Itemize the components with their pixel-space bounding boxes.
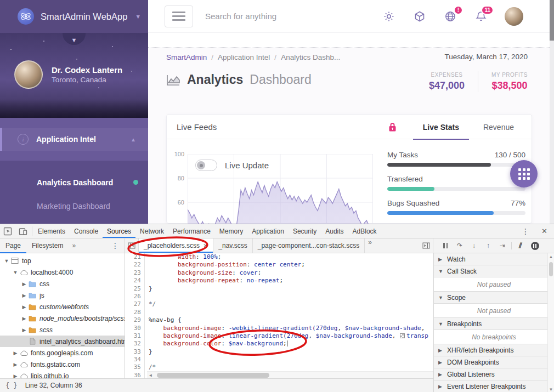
search-input[interactable] (205, 12, 348, 21)
collapsed-arrow-icon[interactable]: ▶ (12, 362, 19, 367)
devtools-tab-audits[interactable]: Audits (321, 224, 348, 238)
breadcrumb-item[interactable]: Analytics Dashb... (281, 53, 340, 61)
scroll-up-icon[interactable]: ▲ (548, 254, 554, 259)
sidebar-item-marketing-dashboard[interactable]: Marketing Dashboard (0, 194, 148, 218)
debugger-section-event-listener-breakpoints[interactable]: ▶Event Listener Breakpoints (434, 380, 554, 392)
step-icon[interactable]: ⇥ (496, 240, 509, 252)
app-launcher-button[interactable] (510, 160, 538, 188)
code-token: ; (283, 340, 287, 347)
folder-orange-icon (27, 327, 37, 333)
tree-item-node-modules-bootstrap-scss[interactable]: ▶node_modules/bootstrap/scss (0, 313, 125, 324)
step-out-icon[interactable]: ↑ (482, 240, 495, 252)
collapsed-arrow-icon[interactable]: ▶ (21, 316, 27, 321)
collapsed-arrow-icon[interactable]: ▶ (12, 350, 19, 356)
tree-item-custom-webfonts[interactable]: ▶custom/webfonts (0, 301, 125, 313)
expanded-arrow-icon[interactable]: ▼ (3, 258, 10, 264)
settings-gear-icon[interactable] (382, 9, 396, 24)
tree-item-fonts-googleapis-com[interactable]: ▶fonts.googleapis.com (0, 347, 125, 359)
inspect-element-icon[interactable] (0, 224, 15, 238)
lock-icon[interactable] (388, 122, 397, 132)
stat-progress-track (387, 187, 525, 191)
tree-item-localhost-4000[interactable]: ▼localhost:4000 (0, 266, 125, 278)
language-globe-icon[interactable]: ! (443, 9, 457, 24)
profile-collapse-chevron-icon[interactable]: ▼ (63, 33, 86, 45)
sidebar-section-application-intel[interactable]: i Application Intel ▲ (0, 128, 148, 151)
debugger-section-xhr-fetch-breakpoints[interactable]: ▶XHR/fetch Breakpoints (434, 344, 554, 356)
app-cube-icon[interactable] (412, 9, 427, 24)
collapsed-arrow-icon[interactable]: ▶ (12, 373, 19, 379)
tree-item-css[interactable]: ▶css (0, 278, 125, 289)
folder-orange-icon (27, 304, 37, 310)
card-tab-revenue[interactable]: Revenue (471, 115, 526, 139)
devtools-tab-security[interactable]: Security (289, 224, 321, 238)
tree-item-fonts-gstatic-com[interactable]: ▶fonts.gstatic.com (0, 359, 125, 370)
expanded-arrow-icon[interactable]: ▼ (12, 270, 19, 275)
more-tabs-chevron-icon[interactable]: » (365, 238, 375, 253)
device-toolbar-icon[interactable] (15, 224, 31, 238)
devtools-tab-sources[interactable]: Sources (103, 224, 135, 238)
tab-scroll-left-icon[interactable] (125, 238, 138, 253)
devtools-tab-elements[interactable]: Elements (33, 224, 70, 238)
pause-on-exceptions-icon[interactable] (528, 240, 541, 252)
pane-tab-filesystem[interactable]: Filesystem (26, 238, 69, 253)
debugger-sidebar-scrollbar[interactable]: ▲ ▼ (547, 253, 554, 392)
pretty-print-icon[interactable]: { } (5, 382, 18, 389)
debugger-section-global-listeners[interactable]: ▶Global Listeners (434, 368, 554, 380)
collapsed-arrow-icon[interactable]: ▶ (21, 293, 27, 298)
tree-item-js[interactable]: ▶js (0, 289, 125, 301)
deactivate-breakpoints-icon[interactable]: ⫽ (514, 240, 527, 252)
pause-script-icon[interactable] (439, 240, 452, 252)
scroll-left-icon[interactable]: ◀ (149, 373, 152, 378)
breadcrumb-item[interactable]: SmartAdmin (166, 53, 207, 61)
debugger-section-dom-breakpoints[interactable]: ▶DOM Breakpoints (434, 356, 554, 368)
menu-hamburger-button[interactable] (165, 5, 193, 27)
collapsed-arrow-icon[interactable]: ▶ (21, 304, 27, 310)
debugger-section-message: Not paused (434, 304, 554, 318)
scroll-down-icon[interactable]: ▼ (548, 387, 554, 392)
code-token: no-repeat (247, 277, 280, 284)
tree-item-intel-analytics-dashboard-html[interactable]: intel_analytics_dashboard.html (0, 336, 125, 347)
debugger-section-call-stack[interactable]: ▼Call Stack (434, 265, 554, 277)
user-avatar[interactable] (505, 7, 523, 26)
debugger-section-label: Breakpoints (447, 320, 482, 328)
editor-tab--page-component-con-stack-scss[interactable]: _page-component...con-stack.scss (253, 238, 365, 253)
devtools-tab-performance[interactable]: Performance (168, 224, 215, 238)
more-panes-chevron-icon[interactable]: » (69, 242, 79, 249)
devtools-tab-adblock[interactable]: AdBlock (348, 224, 381, 238)
pane-menu-icon[interactable]: ⋮ (106, 241, 125, 250)
tree-item-top[interactable]: ▼top (0, 255, 125, 266)
debugger-section-watch[interactable]: ▶Watch (434, 253, 554, 265)
tree-item-scss[interactable]: ▶scss (0, 324, 125, 336)
page-scrollbar[interactable] (550, 0, 554, 224)
close-tab-icon[interactable]: ✕ (203, 242, 208, 249)
collapsed-arrow-icon[interactable]: ▶ (21, 327, 27, 333)
transparent-color-swatch-icon[interactable] (400, 333, 405, 338)
devtools-close-icon[interactable]: ✕ (535, 227, 554, 235)
code-token: } (149, 285, 152, 292)
editor-tab--placeholders-scss[interactable]: _placeholders.scss✕ (138, 238, 213, 253)
brand-bar[interactable]: SmartAdmin WebApp ▼ (0, 0, 148, 33)
sidebar-item-analytics-dashboard[interactable]: Analytics Dashboard (0, 171, 148, 194)
debugger-section-breakpoints[interactable]: ▼Breakpoints (434, 318, 554, 330)
debugger-section-scope[interactable]: ▼Scope (434, 292, 554, 304)
code-text: background-repeat: no-repeat; (145, 277, 283, 285)
devtools-tab-console[interactable]: Console (70, 224, 103, 238)
devtools-tab-memory[interactable]: Memory (215, 224, 247, 238)
profile-avatar[interactable] (14, 60, 43, 89)
live-update-toggle[interactable] (195, 160, 217, 171)
step-over-icon[interactable]: ↷ (453, 240, 466, 252)
editor-tab--nav-scss[interactable]: _nav.scss (213, 238, 252, 253)
stat-top: Transfered440 (387, 175, 525, 183)
tree-item-lipis-github-io[interactable]: ▶lipis.github.io (0, 370, 125, 379)
collapsed-arrow-icon[interactable]: ▶ (21, 281, 27, 287)
breadcrumb-item[interactable]: Application Intel (218, 53, 270, 61)
card-tab-live-stats[interactable]: Live Stats (411, 115, 471, 139)
notifications-bell-icon[interactable]: 11 (474, 9, 488, 24)
pane-tab-page[interactable]: Page (0, 238, 26, 253)
devtools-tab-network[interactable]: Network (135, 224, 168, 238)
devtools-tab-application[interactable]: Application (247, 224, 289, 238)
step-into-icon[interactable]: ↓ (467, 240, 480, 252)
page-scrollbar-thumb[interactable] (550, 0, 554, 41)
show-drawer-icon[interactable] (420, 238, 433, 253)
devtools-menu-icon[interactable]: ⋮ (516, 227, 535, 236)
